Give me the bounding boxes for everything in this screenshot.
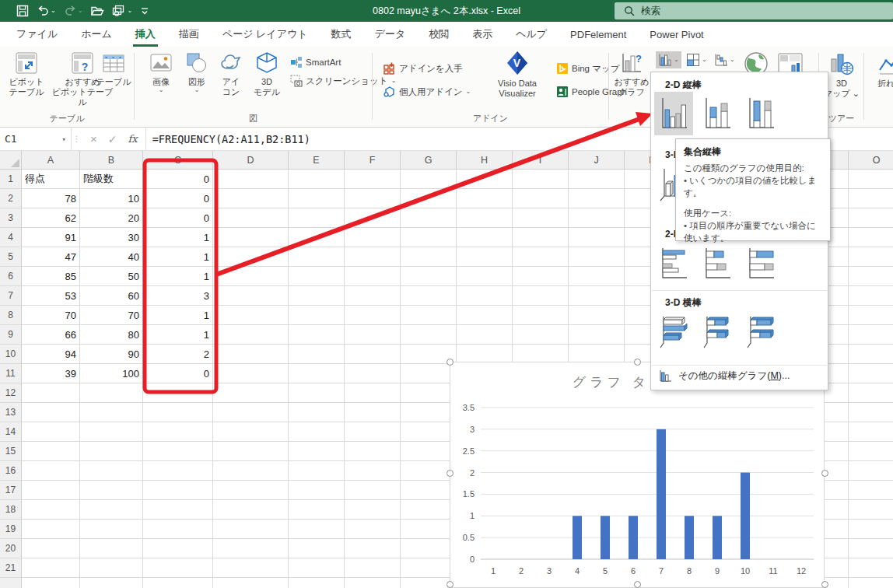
cell-J3[interactable] — [569, 208, 625, 228]
cell-D1[interactable] — [213, 170, 289, 189]
cell-A2[interactable]: 78 — [22, 189, 80, 208]
row-header-10[interactable]: 10 — [0, 345, 22, 364]
cell-H3[interactable] — [457, 208, 513, 228]
cell-B21[interactable] — [80, 558, 143, 578]
row-header-16[interactable]: 16 — [0, 461, 22, 481]
cell-G12[interactable] — [401, 383, 457, 403]
cell-I7[interactable] — [513, 286, 569, 306]
row-header-17[interactable]: 17 — [0, 481, 22, 500]
cell-C6[interactable]: 1 — [143, 267, 213, 286]
cell-O20[interactable] — [849, 539, 893, 558]
column-header-I[interactable]: I — [513, 151, 569, 170]
cell-J2[interactable] — [569, 189, 625, 208]
row-header-20[interactable]: 20 — [0, 539, 22, 558]
more-column-charts-item[interactable]: その他の縦棒グラフ(M)... — [659, 369, 790, 383]
row-header-11[interactable]: 11 — [0, 364, 22, 383]
cell-A22[interactable] — [22, 578, 80, 588]
cell-J7[interactable] — [569, 286, 625, 306]
cell-A8[interactable]: 70 — [22, 306, 80, 325]
column-header-D[interactable]: D — [213, 151, 289, 170]
cell-O21[interactable] — [849, 558, 893, 578]
stacked-column-option[interactable] — [698, 92, 737, 135]
cell-O17[interactable] — [849, 481, 893, 500]
cell-H9[interactable] — [457, 325, 513, 345]
cell-B12[interactable] — [80, 383, 143, 403]
column-header-G[interactable]: G — [401, 151, 457, 170]
cell-A19[interactable] — [22, 520, 80, 539]
cell-G8[interactable] — [401, 306, 457, 325]
chart-resize-handle[interactable] — [634, 359, 641, 366]
customize-qat-button[interactable] — [138, 2, 152, 20]
cell-E21[interactable] — [289, 558, 345, 578]
chart-resize-handle[interactable] — [446, 581, 454, 588]
cell-O13[interactable] — [849, 403, 893, 422]
name-box-dropdown-icon[interactable]: ▾ — [62, 135, 66, 143]
cell-C5[interactable]: 1 — [143, 247, 213, 267]
cell-C4[interactable]: 1 — [143, 228, 213, 247]
cell-F18[interactable] — [345, 500, 401, 520]
get-addins-button[interactable]: アドインを入手 — [383, 62, 463, 75]
cell-C17[interactable] — [143, 481, 213, 500]
cell-D16[interactable] — [213, 461, 289, 481]
cell-A7[interactable]: 53 — [22, 286, 80, 306]
cell-O12[interactable] — [849, 383, 893, 403]
cell-C11[interactable]: 0 — [143, 364, 213, 383]
cell-C2[interactable]: 0 — [143, 189, 213, 208]
cell-B16[interactable] — [80, 461, 143, 481]
cell-A21[interactable] — [22, 558, 80, 578]
cell-A4[interactable]: 91 — [22, 228, 80, 247]
cell-O5[interactable] — [849, 247, 893, 267]
cell-A16[interactable] — [22, 461, 80, 481]
cell-I3[interactable] — [513, 208, 569, 228]
cell-I9[interactable] — [513, 325, 569, 345]
line-sparkline-button[interactable]: 折れ線 — [867, 51, 893, 89]
cell-D22[interactable] — [213, 578, 289, 588]
cell-H2[interactable] — [457, 189, 513, 208]
cell-G20[interactable] — [401, 539, 457, 558]
cell-I6[interactable] — [513, 267, 569, 286]
cell-J6[interactable] — [569, 267, 625, 286]
cell-B10[interactable]: 90 — [80, 345, 143, 364]
bar-category-8[interactable] — [685, 516, 694, 559]
tab-描画[interactable]: 描画 — [167, 22, 211, 47]
cell-G5[interactable] — [401, 247, 457, 267]
enter-button[interactable]: ✓ — [108, 133, 117, 145]
cell-F20[interactable] — [345, 539, 401, 558]
tab-ページ レイアウト[interactable]: ページ レイアウト — [211, 22, 320, 47]
column-header-J[interactable]: J — [569, 151, 625, 170]
row-header-12[interactable]: 12 — [0, 383, 22, 403]
tab-ホーム[interactable]: ホーム — [69, 22, 124, 47]
cell-B3[interactable]: 20 — [80, 208, 143, 228]
cell-G9[interactable] — [401, 325, 457, 345]
3d-clustered-bar-option[interactable] — [654, 310, 693, 354]
cell-C13[interactable] — [143, 403, 213, 422]
cell-C9[interactable]: 1 — [143, 325, 213, 345]
cell-H4[interactable] — [457, 228, 513, 247]
cell-E7[interactable] — [289, 286, 345, 306]
row-header-5[interactable]: 5 — [0, 247, 22, 267]
bar-category-4[interactable] — [573, 516, 582, 559]
cell-B7[interactable]: 60 — [80, 286, 143, 306]
cell-F13[interactable] — [345, 403, 401, 422]
cell-F22[interactable] — [345, 578, 401, 588]
table-button[interactable]: テーブル — [95, 51, 132, 87]
pictures-button[interactable]: 画像 ⌄ — [144, 51, 178, 93]
3d-stacked-bar-option[interactable] — [698, 310, 737, 354]
select-all-corner[interactable] — [0, 151, 22, 170]
cell-C14[interactable] — [143, 422, 213, 442]
cell-H8[interactable] — [457, 306, 513, 325]
chart-resize-handle[interactable] — [634, 581, 641, 588]
cell-D9[interactable] — [213, 325, 289, 345]
cell-A12[interactable] — [22, 383, 80, 403]
cell-F2[interactable] — [345, 189, 401, 208]
stacked-bar-option[interactable] — [698, 242, 737, 285]
cell-E3[interactable] — [289, 208, 345, 228]
tab-PDFelement[interactable]: PDFelement — [559, 22, 638, 47]
cell-G13[interactable] — [401, 403, 457, 422]
cell-G11[interactable] — [401, 364, 457, 383]
cell-D8[interactable] — [213, 306, 289, 325]
cell-D15[interactable] — [213, 442, 289, 461]
cell-A10[interactable]: 94 — [22, 345, 80, 364]
cell-B11[interactable]: 100 — [80, 364, 143, 383]
pivot-table-button[interactable]: ピボット テーブル — [6, 51, 47, 97]
